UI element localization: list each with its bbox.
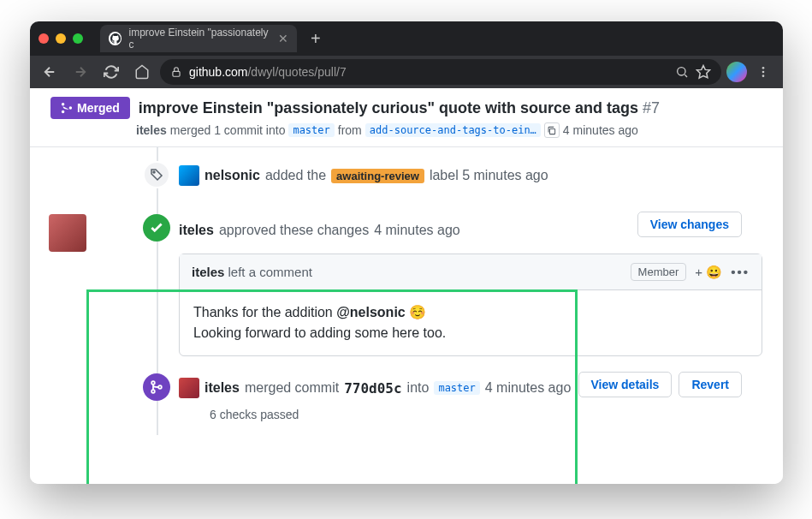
maximize-window-button[interactable]: [73, 33, 83, 44]
pr-state-badge: Merged: [50, 97, 130, 119]
home-button[interactable]: [129, 59, 155, 85]
comment-body: Thanks for the addition @nelsonic ☺️ Loo…: [180, 290, 762, 355]
svg-point-7: [151, 381, 155, 385]
avatar[interactable]: [179, 378, 199, 398]
tag-icon: [143, 161, 170, 188]
lock-icon: [170, 66, 182, 78]
star-icon[interactable]: [696, 64, 711, 80]
actor-link[interactable]: iteles: [204, 380, 240, 396]
svg-point-6: [153, 171, 155, 173]
svg-point-8: [151, 390, 155, 393]
merge-time: 4 minutes ago: [485, 380, 572, 396]
pr-header: Merged improve Einstein "passionately cu…: [30, 88, 783, 147]
reload-button[interactable]: [98, 59, 124, 85]
tab-title: improve Einstein "passionately c: [128, 27, 271, 51]
revert-button[interactable]: Revert: [679, 372, 742, 397]
profile-avatar[interactable]: [726, 62, 747, 82]
svg-point-2: [762, 67, 765, 69]
github-favicon: [109, 32, 122, 45]
add-reaction-button[interactable]: + 😀: [695, 265, 722, 280]
timeline-label-event: nelsonic added the awaiting-review label…: [90, 161, 762, 188]
view-details-button[interactable]: View details: [578, 372, 673, 397]
mention[interactable]: @nelsonic: [336, 305, 406, 319]
zoom-icon[interactable]: [675, 65, 689, 79]
review-time: 4 minutes ago: [374, 223, 460, 238]
menu-button[interactable]: [750, 59, 776, 85]
avatar[interactable]: [179, 165, 199, 186]
merge-target-branch[interactable]: master: [434, 381, 479, 395]
comment-author[interactable]: iteles: [192, 265, 224, 279]
copy-branch-icon[interactable]: [544, 122, 560, 138]
reviewer-avatar[interactable]: [49, 214, 86, 252]
window-controls: [39, 33, 83, 44]
address-bar[interactable]: github.com/dwyl/quotes/pull/7: [160, 59, 721, 85]
browser-tab[interactable]: improve Einstein "passionately c ✕: [100, 25, 297, 52]
commit-sha[interactable]: 770d05c: [344, 380, 401, 397]
head-branch[interactable]: add-source-and-tags-to-ein…: [365, 123, 541, 137]
check-icon: [143, 214, 170, 242]
svg-point-4: [762, 75, 765, 77]
label-chip[interactable]: awaiting-review: [331, 169, 424, 183]
pr-number: #7: [643, 99, 660, 116]
svg-point-9: [158, 385, 162, 389]
minimize-window-button[interactable]: [56, 33, 66, 44]
comment-menu-button[interactable]: •••: [731, 265, 750, 279]
forward-button[interactable]: [68, 59, 93, 85]
url-host: github.com: [189, 65, 247, 79]
svg-point-3: [762, 71, 765, 74]
checks-passed[interactable]: 6 checks passed: [210, 408, 762, 421]
merge-icon: [143, 373, 170, 401]
url-path: /dwyl/quotes/pull/7: [247, 65, 346, 79]
svg-point-1: [678, 68, 685, 75]
new-tab-button[interactable]: +: [311, 29, 321, 49]
base-branch[interactable]: master: [288, 123, 334, 137]
browser-chrome: improve Einstein "passionately c ✕ + git…: [30, 21, 783, 88]
pr-merger[interactable]: iteles: [136, 123, 167, 137]
merged-time: 4 minutes ago: [563, 123, 638, 137]
back-button[interactable]: [37, 59, 62, 85]
close-window-button[interactable]: [39, 33, 49, 44]
git-merge-icon: [61, 102, 73, 114]
close-tab-icon[interactable]: ✕: [278, 32, 288, 45]
actor-link[interactable]: nelsonic: [204, 168, 260, 183]
member-badge: Member: [631, 263, 687, 281]
review-comment: iteles left a comment Member + 😀 ••• Tha…: [179, 254, 762, 356]
timeline-merge-event: iteles merged commit 770d05c into master…: [90, 373, 762, 401]
svg-rect-5: [550, 128, 555, 134]
pr-title: improve Einstein "passionately curious" …: [139, 99, 660, 117]
actor-link[interactable]: iteles: [179, 223, 214, 238]
view-changes-button[interactable]: View changes: [637, 212, 742, 237]
svg-rect-0: [173, 71, 180, 76]
